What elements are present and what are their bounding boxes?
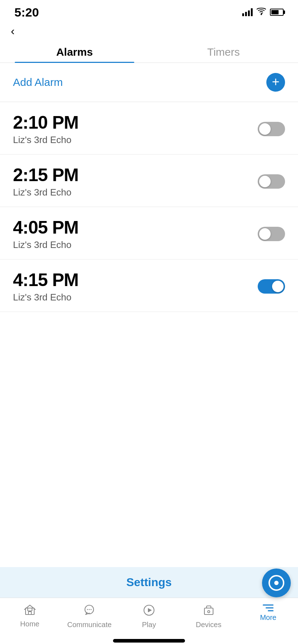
svg-rect-10	[204, 608, 213, 615]
alarm-device-1: Liz's 3rd Echo	[13, 134, 78, 146]
alarm-time-2: 2:15 PM	[13, 165, 78, 185]
nav-more[interactable]: More	[238, 602, 298, 629]
more-icon	[263, 604, 274, 611]
more-label: More	[260, 613, 276, 622]
plus-icon: +	[272, 75, 279, 88]
nav-devices[interactable]: Devices	[179, 602, 239, 629]
status-bar: 5:20	[0, 0, 298, 22]
alexa-fab-inner	[268, 575, 284, 591]
alarm-device-2: Liz's 3rd Echo	[13, 187, 78, 198]
alexa-fab-button[interactable]	[262, 569, 291, 597]
nav-play[interactable]: Play	[119, 602, 179, 629]
back-arrow-icon: ‹	[11, 24, 15, 37]
signal-icon	[242, 8, 253, 16]
alarm-time-1: 2:10 PM	[13, 112, 78, 133]
alarm-info-1: 2:10 PM Liz's 3rd Echo	[13, 112, 78, 146]
alarm-item-1: 2:10 PM Liz's 3rd Echo	[0, 102, 298, 155]
alexa-dot-icon	[274, 581, 279, 585]
add-alarm-label[interactable]: Add Alarm	[13, 76, 63, 88]
devices-label: Devices	[196, 621, 221, 629]
alarm-item-4: 4:15 PM Liz's 3rd Echo	[0, 259, 298, 312]
toggle-knob-1	[259, 123, 271, 135]
svg-marker-9	[148, 608, 152, 612]
communicate-icon	[83, 604, 95, 618]
svg-rect-2	[28, 612, 31, 615]
svg-point-6	[89, 609, 90, 610]
alarm-info-4: 4:15 PM Liz's 3rd Echo	[13, 270, 78, 303]
alarm-device-4: Liz's 3rd Echo	[13, 292, 78, 303]
alarm-time-4: 4:15 PM	[13, 270, 78, 290]
svg-point-5	[87, 609, 88, 610]
add-alarm-button[interactable]: +	[266, 73, 285, 92]
alarm-device-3: Liz's 3rd Echo	[13, 239, 78, 250]
devices-icon	[203, 604, 215, 618]
svg-point-7	[91, 609, 92, 610]
toggle-knob-4	[272, 281, 284, 292]
alarm-toggle-1[interactable]	[258, 122, 285, 136]
alarm-toggle-3[interactable]	[258, 227, 285, 241]
alarm-info-2: 2:15 PM Liz's 3rd Echo	[13, 165, 78, 198]
home-icon	[24, 604, 36, 618]
svg-point-0	[261, 14, 262, 15]
wifi-icon	[256, 7, 266, 17]
nav-home[interactable]: Home	[0, 602, 60, 629]
alarm-item-3: 4:05 PM Liz's 3rd Echo	[0, 207, 298, 259]
toggle-knob-3	[259, 228, 271, 240]
tab-timers[interactable]: Timers	[149, 40, 298, 63]
status-time: 5:20	[14, 5, 39, 19]
play-label: Play	[142, 621, 156, 629]
alarm-info-3: 4:05 PM Liz's 3rd Echo	[13, 217, 78, 250]
play-icon	[143, 604, 155, 618]
tab-alarms[interactable]: Alarms	[0, 40, 149, 63]
svg-rect-3	[28, 608, 32, 611]
alarm-toggle-2[interactable]	[258, 174, 285, 189]
communicate-label: Communicate	[67, 621, 112, 629]
home-indicator	[113, 639, 185, 643]
alarm-time-3: 4:05 PM	[13, 217, 78, 238]
content-spacer	[0, 312, 298, 567]
add-alarm-row: Add Alarm +	[0, 63, 298, 102]
svg-point-11	[208, 611, 210, 613]
back-button[interactable]: ‹	[0, 22, 298, 40]
settings-label: Settings	[126, 576, 172, 589]
alarm-toggle-4[interactable]	[258, 279, 285, 294]
settings-bar[interactable]: Settings	[0, 567, 298, 598]
status-icons	[242, 7, 284, 17]
home-label: Home	[20, 620, 39, 628]
alarm-item-2: 2:15 PM Liz's 3rd Echo	[0, 155, 298, 207]
nav-communicate[interactable]: Communicate	[60, 602, 119, 629]
tabs-container: Alarms Timers	[0, 40, 298, 63]
bottom-nav: Home Communicate Play	[0, 598, 298, 636]
toggle-knob-2	[259, 176, 271, 187]
battery-icon	[270, 9, 284, 16]
